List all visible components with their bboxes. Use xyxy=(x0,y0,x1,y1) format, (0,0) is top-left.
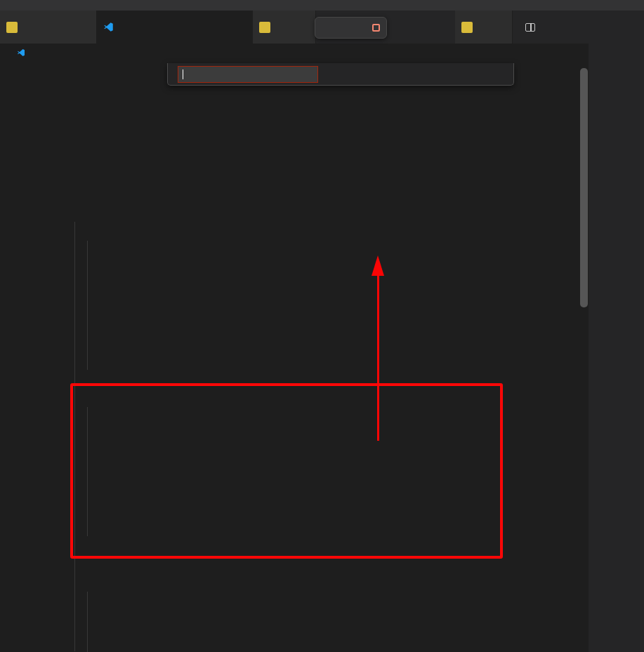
vscode-icon xyxy=(17,48,25,57)
split-editor-button[interactable] xyxy=(525,23,535,32)
annotation-arrow-icon xyxy=(372,255,384,276)
tab-untitled[interactable] xyxy=(455,11,513,44)
tab-index-js[interactable] xyxy=(253,11,316,44)
editor xyxy=(0,62,589,652)
breadcrumb xyxy=(0,44,589,62)
run-debug-panel xyxy=(589,44,644,652)
stop-button[interactable] xyxy=(372,24,380,32)
whole-word-toggle[interactable] xyxy=(287,67,301,81)
match-case-toggle[interactable] xyxy=(273,67,287,81)
vscode-window xyxy=(0,0,644,652)
js-file-icon xyxy=(259,22,270,33)
tab-launch-json[interactable] xyxy=(97,11,253,44)
run-debug-panel-title xyxy=(596,11,644,44)
title-bar xyxy=(0,0,644,11)
regex-toggle[interactable] xyxy=(301,67,315,81)
search-input[interactable] xyxy=(178,66,318,83)
find-widget xyxy=(167,63,514,86)
vertical-scrollbar[interactable] xyxy=(580,68,588,307)
text-cursor xyxy=(183,69,183,79)
js-file-icon xyxy=(6,22,18,33)
tab-bar xyxy=(0,11,644,44)
indent-guide xyxy=(87,241,88,370)
js-file-icon xyxy=(461,22,473,33)
editor-actions xyxy=(515,11,546,44)
search-toggles xyxy=(273,67,315,81)
annotation-highlight-box xyxy=(70,383,503,559)
indent-guide xyxy=(87,592,88,652)
vscode-icon xyxy=(103,22,114,32)
debug-toolbar xyxy=(315,17,387,39)
tab-robot-js[interactable] xyxy=(0,11,97,44)
